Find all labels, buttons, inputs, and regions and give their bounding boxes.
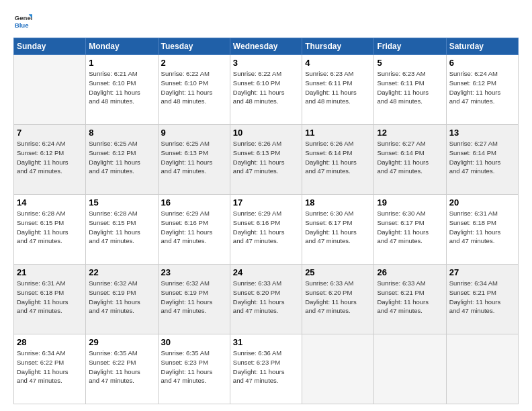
day-info: Sunrise: 6:26 AM Sunset: 6:14 PM Dayligh… xyxy=(305,139,371,176)
day-info: Sunrise: 6:33 AM Sunset: 6:20 PM Dayligh… xyxy=(233,279,299,316)
day-info: Sunrise: 6:32 AM Sunset: 6:19 PM Dayligh… xyxy=(161,279,227,316)
day-info: Sunrise: 6:22 AM Sunset: 6:10 PM Dayligh… xyxy=(161,69,227,106)
day-info: Sunrise: 6:35 AM Sunset: 6:23 PM Dayligh… xyxy=(161,349,227,385)
day-number: 24 xyxy=(233,267,299,277)
calendar-cell: 4Sunrise: 6:23 AM Sunset: 6:11 PM Daylig… xyxy=(302,55,374,125)
day-info: Sunrise: 6:24 AM Sunset: 6:12 PM Dayligh… xyxy=(17,139,83,176)
day-number: 28 xyxy=(17,337,83,347)
calendar-cell: 15Sunrise: 6:28 AM Sunset: 6:15 PM Dayli… xyxy=(86,195,158,265)
day-info: Sunrise: 6:34 AM Sunset: 6:22 PM Dayligh… xyxy=(17,349,83,385)
calendar-cell: 7Sunrise: 6:24 AM Sunset: 6:12 PM Daylig… xyxy=(14,125,86,195)
day-info: Sunrise: 6:23 AM Sunset: 6:11 PM Dayligh… xyxy=(305,69,371,106)
day-info: Sunrise: 6:36 AM Sunset: 6:23 PM Dayligh… xyxy=(233,349,299,385)
day-info: Sunrise: 6:27 AM Sunset: 6:14 PM Dayligh… xyxy=(377,139,443,176)
day-number: 29 xyxy=(89,337,154,347)
svg-text:Blue: Blue xyxy=(15,21,29,29)
calendar-header-monday: Monday xyxy=(86,38,158,55)
day-info: Sunrise: 6:25 AM Sunset: 6:12 PM Dayligh… xyxy=(89,139,154,176)
day-info: Sunrise: 6:21 AM Sunset: 6:10 PM Dayligh… xyxy=(89,69,154,106)
day-info: Sunrise: 6:31 AM Sunset: 6:18 PM Dayligh… xyxy=(17,279,83,316)
svg-text:General: General xyxy=(15,14,32,21)
day-number: 11 xyxy=(305,128,371,138)
calendar-week-row: 7Sunrise: 6:24 AM Sunset: 6:12 PM Daylig… xyxy=(14,125,519,195)
day-number: 8 xyxy=(89,128,154,138)
day-number: 13 xyxy=(449,128,515,138)
calendar-header-wednesday: Wednesday xyxy=(230,38,302,55)
calendar-cell: 24Sunrise: 6:33 AM Sunset: 6:20 PM Dayli… xyxy=(230,265,302,334)
calendar-cell: 2Sunrise: 6:22 AM Sunset: 6:10 PM Daylig… xyxy=(158,55,230,125)
day-info: Sunrise: 6:24 AM Sunset: 6:12 PM Dayligh… xyxy=(449,69,515,106)
calendar-cell: 3Sunrise: 6:22 AM Sunset: 6:10 PM Daylig… xyxy=(230,55,302,125)
calendar-cell: 14Sunrise: 6:28 AM Sunset: 6:15 PM Dayli… xyxy=(14,195,86,265)
day-info: Sunrise: 6:32 AM Sunset: 6:19 PM Dayligh… xyxy=(89,279,154,316)
day-info: Sunrise: 6:23 AM Sunset: 6:11 PM Dayligh… xyxy=(377,69,443,106)
day-info: Sunrise: 6:35 AM Sunset: 6:22 PM Dayligh… xyxy=(89,349,154,385)
day-info: Sunrise: 6:25 AM Sunset: 6:13 PM Dayligh… xyxy=(161,139,227,176)
day-number: 10 xyxy=(233,128,299,138)
day-info: Sunrise: 6:27 AM Sunset: 6:14 PM Dayligh… xyxy=(449,139,515,176)
calendar-header-tuesday: Tuesday xyxy=(158,38,230,55)
calendar-table: SundayMondayTuesdayWednesdayThursdayFrid… xyxy=(13,38,519,404)
calendar-week-row: 21Sunrise: 6:31 AM Sunset: 6:18 PM Dayli… xyxy=(14,265,519,334)
day-number: 14 xyxy=(17,197,83,208)
calendar-header-saturday: Saturday xyxy=(446,38,518,55)
day-number: 2 xyxy=(161,58,227,68)
calendar-cell: 28Sunrise: 6:34 AM Sunset: 6:22 PM Dayli… xyxy=(14,334,86,404)
calendar-cell xyxy=(446,334,518,404)
calendar-cell: 13Sunrise: 6:27 AM Sunset: 6:14 PM Dayli… xyxy=(446,125,518,195)
calendar-cell: 31Sunrise: 6:36 AM Sunset: 6:23 PM Dayli… xyxy=(230,334,302,404)
calendar-cell: 8Sunrise: 6:25 AM Sunset: 6:12 PM Daylig… xyxy=(86,125,158,195)
calendar-cell: 18Sunrise: 6:30 AM Sunset: 6:17 PM Dayli… xyxy=(302,195,374,265)
calendar-cell: 25Sunrise: 6:33 AM Sunset: 6:20 PM Dayli… xyxy=(302,265,374,334)
calendar-cell: 11Sunrise: 6:26 AM Sunset: 6:14 PM Dayli… xyxy=(302,125,374,195)
calendar-cell: 22Sunrise: 6:32 AM Sunset: 6:19 PM Dayli… xyxy=(86,265,158,334)
calendar-header-friday: Friday xyxy=(374,38,446,55)
page: General Blue SundayMondayTuesdayWednesda… xyxy=(0,0,532,411)
day-info: Sunrise: 6:31 AM Sunset: 6:18 PM Dayligh… xyxy=(449,209,515,246)
day-number: 6 xyxy=(449,58,515,68)
day-number: 4 xyxy=(305,58,371,68)
day-number: 7 xyxy=(17,128,83,138)
calendar-week-row: 14Sunrise: 6:28 AM Sunset: 6:15 PM Dayli… xyxy=(14,195,519,265)
day-number: 22 xyxy=(89,267,154,277)
day-number: 26 xyxy=(377,267,443,277)
day-info: Sunrise: 6:34 AM Sunset: 6:21 PM Dayligh… xyxy=(449,279,515,316)
calendar-week-row: 28Sunrise: 6:34 AM Sunset: 6:22 PM Dayli… xyxy=(14,334,519,404)
calendar-cell: 27Sunrise: 6:34 AM Sunset: 6:21 PM Dayli… xyxy=(446,265,518,334)
calendar-cell: 9Sunrise: 6:25 AM Sunset: 6:13 PM Daylig… xyxy=(158,125,230,195)
calendar-cell: 21Sunrise: 6:31 AM Sunset: 6:18 PM Dayli… xyxy=(14,265,86,334)
day-number: 20 xyxy=(449,197,515,208)
day-number: 25 xyxy=(305,267,371,277)
day-number: 27 xyxy=(449,267,515,277)
day-number: 30 xyxy=(161,337,227,347)
day-number: 15 xyxy=(89,197,154,208)
calendar-header-row: SundayMondayTuesdayWednesdayThursdayFrid… xyxy=(14,38,519,55)
logo: General Blue xyxy=(13,12,34,31)
day-info: Sunrise: 6:30 AM Sunset: 6:17 PM Dayligh… xyxy=(377,209,443,246)
day-number: 9 xyxy=(161,128,227,138)
logo-icon: General Blue xyxy=(13,12,32,31)
calendar-cell: 29Sunrise: 6:35 AM Sunset: 6:22 PM Dayli… xyxy=(86,334,158,404)
day-info: Sunrise: 6:22 AM Sunset: 6:10 PM Dayligh… xyxy=(233,69,299,106)
calendar-cell xyxy=(374,334,446,404)
day-info: Sunrise: 6:30 AM Sunset: 6:17 PM Dayligh… xyxy=(305,209,371,246)
calendar-cell: 12Sunrise: 6:27 AM Sunset: 6:14 PM Dayli… xyxy=(374,125,446,195)
day-number: 23 xyxy=(161,267,227,277)
day-info: Sunrise: 6:28 AM Sunset: 6:15 PM Dayligh… xyxy=(89,209,154,246)
day-number: 1 xyxy=(89,58,154,68)
calendar-cell: 26Sunrise: 6:33 AM Sunset: 6:21 PM Dayli… xyxy=(374,265,446,334)
calendar-cell: 30Sunrise: 6:35 AM Sunset: 6:23 PM Dayli… xyxy=(158,334,230,404)
calendar-cell: 19Sunrise: 6:30 AM Sunset: 6:17 PM Dayli… xyxy=(374,195,446,265)
calendar-cell: 16Sunrise: 6:29 AM Sunset: 6:16 PM Dayli… xyxy=(158,195,230,265)
header: General Blue xyxy=(13,12,519,31)
day-number: 21 xyxy=(17,267,83,277)
day-info: Sunrise: 6:28 AM Sunset: 6:15 PM Dayligh… xyxy=(17,209,83,246)
day-info: Sunrise: 6:33 AM Sunset: 6:20 PM Dayligh… xyxy=(305,279,371,316)
day-number: 5 xyxy=(377,58,443,68)
calendar-cell xyxy=(302,334,374,404)
day-number: 12 xyxy=(377,128,443,138)
day-info: Sunrise: 6:33 AM Sunset: 6:21 PM Dayligh… xyxy=(377,279,443,316)
day-number: 18 xyxy=(305,197,371,208)
day-number: 17 xyxy=(233,197,299,208)
day-info: Sunrise: 6:26 AM Sunset: 6:13 PM Dayligh… xyxy=(233,139,299,176)
